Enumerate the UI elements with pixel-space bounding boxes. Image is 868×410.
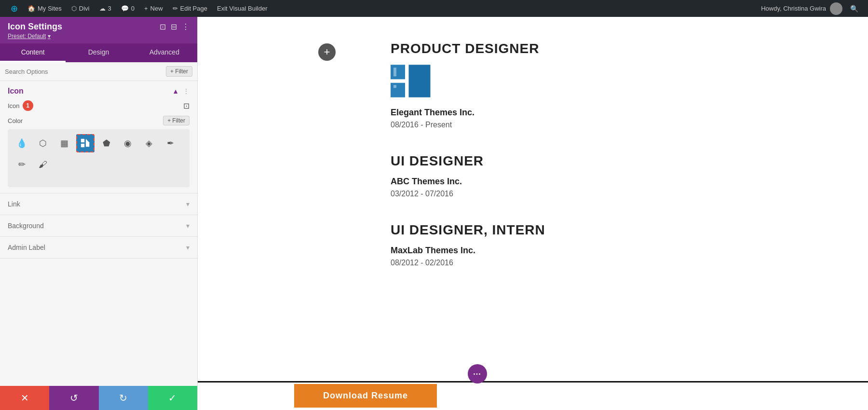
admin-label-section-title: Admin Label — [8, 244, 45, 251]
svg-marker-5 — [409, 65, 431, 97]
icon-badge: 1 — [23, 100, 33, 111]
admin-bar: ⊕ 🏠 My Sites ⬡ Divi ☁ 3 💬 0 + New ✏ Edit… — [0, 0, 868, 17]
howdy-text: Howdy, Christina Gwira — [761, 5, 826, 12]
tab-content[interactable]: Content — [0, 43, 66, 62]
icon-target-button[interactable]: ⊡ — [183, 101, 190, 110]
cancel-button[interactable]: ✕ — [0, 386, 49, 410]
columns-icon[interactable]: ⊟ — [171, 22, 177, 31]
admin-bar-divi[interactable]: ⬡ Divi — [67, 0, 95, 17]
admin-bar-edit-page[interactable]: ✏ Edit Page — [168, 0, 212, 17]
panel-title: Icon Settings — [8, 22, 62, 32]
admin-label-section[interactable]: Admin Label ▾ — [0, 237, 197, 259]
icon-section-dots[interactable]: ⋮ — [183, 87, 190, 95]
company-elegant-themes: Elegant Themes Inc. — [391, 108, 772, 118]
panel-content: Icon ▲ ⋮ Icon 1 ⊡ Color — [0, 81, 197, 386]
admin-bar-exit-builder[interactable]: Exit Visual Builder — [212, 0, 272, 17]
admin-bar-comments[interactable]: 💬 0 — [116, 0, 139, 17]
icon-fill[interactable]: ◈ — [140, 134, 158, 152]
company-maxlab-themes: MaxLab Themes Inc. — [391, 246, 772, 256]
save-button[interactable]: ✓ — [148, 386, 197, 410]
job-title-ui-designer: UI DESIGNER — [391, 153, 772, 169]
svg-rect-7 — [393, 85, 396, 88]
link-section-title: Link — [8, 200, 20, 208]
icon-slash[interactable]: ⬟ — [97, 134, 116, 152]
job-ui-designer-intern: UI DESIGNER, INTERN MaxLab Themes Inc. 0… — [391, 222, 772, 267]
right-content: + PRODUCT DESIGNER — [198, 17, 868, 410]
job-title-product-designer: PRODUCT DESIGNER — [391, 41, 772, 56]
svg-rect-6 — [393, 68, 396, 76]
download-resume-button[interactable]: Download Resume — [294, 384, 437, 408]
admin-bar-wp[interactable]: ⊕ — [6, 0, 23, 17]
job-ui-designer: UI DESIGNER ABC Themes Inc. 03/2012 - 07… — [391, 153, 772, 198]
background-section[interactable]: Background ▾ — [0, 215, 197, 237]
admin-bar-cloud[interactable]: ☁ 3 — [95, 0, 116, 17]
left-panel: Icon Settings ⊡ ⊟ ⋮ Preset: Default ▾ Co… — [0, 17, 198, 410]
svg-rect-4 — [391, 83, 405, 97]
svg-rect-0 — [81, 139, 84, 142]
job-title-ui-designer-intern: UI DESIGNER, INTERN — [391, 222, 772, 238]
color-label: Color — [8, 117, 23, 124]
date-maxlab-themes: 08/2012 - 02/2016 — [391, 259, 772, 267]
icon-grid: 💧 ⬡ ▦ ⬟ ◉ ◈ ✒ ✏ 🖌 — [8, 129, 190, 187]
svg-rect-1 — [81, 144, 84, 147]
svg-marker-2 — [86, 139, 89, 147]
focus-icon[interactable]: ⊡ — [160, 22, 166, 31]
tab-advanced[interactable]: Advanced — [132, 43, 197, 62]
icon-pencil[interactable]: ✏ — [13, 155, 31, 174]
module-options-button[interactable]: ••• — [468, 364, 487, 383]
color-filter-button[interactable]: + Filter — [163, 116, 190, 125]
link-section[interactable]: Link ▾ — [0, 193, 197, 215]
panel-tabs: Content Design Advanced — [0, 43, 197, 62]
admin-bar-right: Howdy, Christina Gwira 🔍 — [761, 2, 862, 15]
download-bar: Download Resume — [198, 381, 868, 410]
job-product-designer: PRODUCT DESIGNER Elegant Themes Inc. 08/ — [391, 41, 772, 129]
admin-bar-new[interactable]: + New — [139, 0, 168, 17]
date-abc-themes: 03/2012 - 07/2016 — [391, 190, 772, 198]
search-input[interactable] — [5, 68, 162, 75]
more-icon[interactable]: ⋮ — [182, 22, 190, 31]
icon-section-header: Icon ▲ ⋮ — [8, 87, 190, 96]
icon-label: Icon 1 — [8, 100, 33, 111]
panel-header-icons: ⊡ ⊟ ⋮ — [160, 22, 190, 31]
admin-bar-mysites[interactable]: 🏠 My Sites — [23, 0, 67, 17]
preset-label: Preset: Default ▾ — [8, 33, 190, 40]
tab-design[interactable]: Design — [66, 43, 131, 62]
icon-row: Icon 1 ⊡ — [8, 100, 190, 111]
color-filter-row: Color + Filter — [8, 116, 190, 125]
icon-drop[interactable]: 💧 — [13, 134, 31, 152]
add-module-button[interactable]: + — [318, 43, 336, 61]
icon-section: Icon ▲ ⋮ Icon 1 ⊡ Color — [0, 81, 197, 193]
undo-button[interactable]: ↺ — [49, 386, 98, 410]
icon-shape[interactable]: ⬡ — [34, 134, 52, 152]
redo-button[interactable]: ↻ — [99, 386, 148, 410]
background-section-title: Background — [8, 222, 44, 230]
design-palette-icon — [391, 64, 772, 100]
company-abc-themes: ABC Themes Inc. — [391, 177, 772, 187]
icon-palette[interactable] — [76, 134, 95, 152]
icon-pen[interactable]: ✒ — [161, 134, 179, 152]
search-icon[interactable]: 🔍 — [846, 5, 862, 13]
admin-label-chevron-icon: ▾ — [186, 244, 190, 251]
icon-section-controls: ▲ ⋮ — [172, 87, 190, 95]
icon-section-chevron-up[interactable]: ▲ — [172, 87, 179, 95]
panel-bottom-buttons: ✕ ↺ ↻ ✓ — [0, 386, 197, 410]
icon-grid-cell[interactable]: ▦ — [55, 134, 73, 152]
svg-rect-3 — [391, 65, 405, 79]
user-avatar[interactable] — [830, 2, 842, 15]
panel-header: Icon Settings ⊡ ⊟ ⋮ Preset: Default ▾ — [0, 17, 197, 43]
icon-brush[interactable]: 🖌 — [34, 155, 52, 174]
search-options-row: + Filter — [0, 62, 197, 81]
page-content: PRODUCT DESIGNER Elegant Themes Inc. 08/ — [198, 17, 868, 315]
date-elegant-themes: 08/2016 - Present — [391, 121, 772, 129]
link-chevron-icon: ▾ — [186, 200, 190, 208]
background-chevron-icon: ▾ — [186, 222, 190, 230]
icon-bucket[interactable]: ◉ — [119, 134, 137, 152]
filter-button[interactable]: + Filter — [166, 66, 192, 77]
icon-section-title: Icon — [8, 87, 24, 96]
